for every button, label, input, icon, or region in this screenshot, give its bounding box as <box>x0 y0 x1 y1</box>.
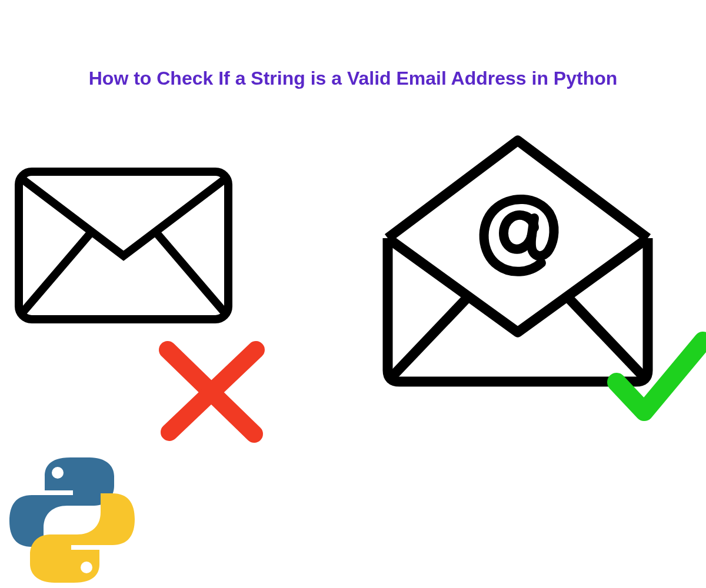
cross-mark-icon <box>153 335 271 447</box>
svg-point-6 <box>81 562 92 573</box>
svg-rect-0 <box>19 172 228 319</box>
closed-envelope-icon <box>12 165 235 326</box>
svg-line-2 <box>156 232 225 313</box>
svg-point-5 <box>52 467 64 479</box>
python-logo-icon <box>6 454 138 586</box>
svg-line-1 <box>22 232 91 313</box>
svg-line-3 <box>391 291 474 378</box>
check-mark-icon <box>606 326 706 432</box>
page-title: How to Check If a String is a Valid Emai… <box>0 68 706 89</box>
